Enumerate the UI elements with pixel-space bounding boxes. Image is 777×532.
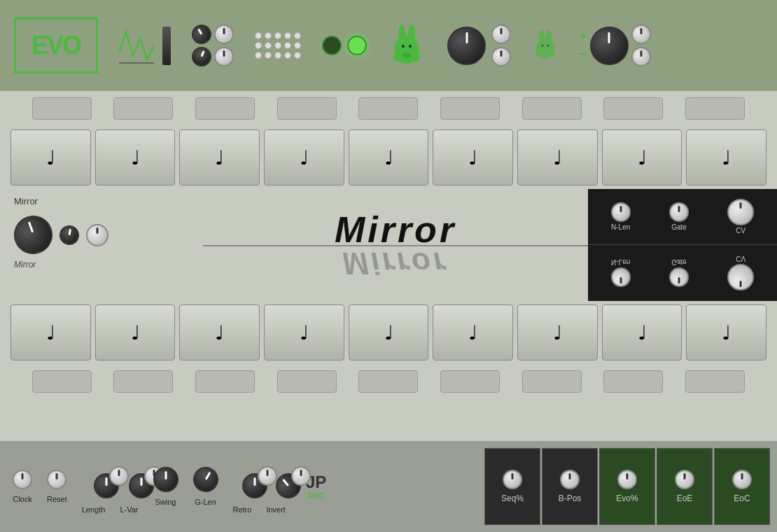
top-note-pads: ♩ ♩ ♩ ♩ ♩ ♩ ♩ ♩ ♩ — [0, 126, 777, 189]
rabbit-1 — [388, 22, 426, 70]
cv-gate-bottom-knob[interactable] — [669, 268, 689, 288]
note-pad-bottom-4[interactable]: ♩ — [264, 304, 344, 360]
bottom-note-pads: ♩ ♩ ♩ ♩ ♩ ♩ ♩ ♩ ♩ — [0, 301, 777, 364]
note-pad-bottom-8[interactable]: ♩ — [602, 304, 682, 360]
right-large-knob[interactable] — [590, 27, 629, 65]
step-bottom-btn-3[interactable] — [195, 370, 255, 393]
step-top-btn-8[interactable] — [603, 97, 663, 120]
step-top-btn-7[interactable] — [522, 97, 582, 120]
top-step-buttons-row — [0, 91, 777, 126]
note-pad-top-9[interactable]: ♩ — [686, 130, 766, 186]
eoe-button[interactable]: EoE — [657, 448, 713, 525]
mixer-knob-3[interactable] — [214, 24, 234, 44]
mirror-main-knob[interactable] — [8, 210, 57, 259]
cv-nlen-top-knob[interactable] — [611, 202, 631, 222]
dot — [265, 42, 272, 49]
note-pad-bottom-2[interactable]: ♩ — [95, 304, 176, 360]
top-bar: EVO — [0, 0, 777, 91]
note-pad-top-7[interactable]: ♩ — [517, 130, 598, 186]
mixer-knob-2[interactable] — [189, 44, 214, 69]
step-bottom-btn-6[interactable] — [440, 370, 500, 393]
step-top-btn-1[interactable] — [32, 97, 92, 120]
evopct-knob[interactable] — [617, 470, 637, 489]
step-top-btn-4[interactable] — [277, 97, 337, 120]
glen-knob[interactable] — [188, 462, 223, 496]
mirror-small-knob-2[interactable] — [86, 224, 108, 246]
step-bottom-btn-9[interactable] — [685, 370, 745, 393]
note-pad-top-2[interactable]: ♩ — [95, 130, 176, 186]
mirror-sub-label: Mirror — [14, 260, 36, 270]
note-pad-bottom-3[interactable]: ♩ — [179, 304, 260, 360]
cv-cv-bottom-label: CV — [736, 255, 746, 263]
note-pad-top-3[interactable]: ♩ — [179, 130, 260, 186]
rabbit-2 — [532, 27, 559, 64]
lvar-label: L-Var — [120, 505, 138, 514]
length-knob-sub[interactable] — [109, 466, 129, 486]
mirror-left-controls: Mirror Mirror — [0, 189, 203, 301]
note-pad-bottom-9[interactable]: ♩ — [686, 304, 766, 360]
cv-nlen-bottom-knob[interactable] — [611, 268, 631, 288]
step-top-btn-5[interactable] — [358, 97, 418, 120]
right-panel: Seq% B-Pos Evo% EoE EoC — [484, 448, 770, 525]
eoc-knob[interactable] — [732, 470, 752, 489]
bpos-knob[interactable] — [560, 470, 580, 489]
step-bottom-btn-8[interactable] — [603, 370, 663, 393]
seqpct-label: Seq% — [501, 493, 524, 503]
main-knob-sub-2[interactable] — [491, 47, 511, 66]
note-pad-top-6[interactable]: ♩ — [433, 130, 513, 186]
note-pad-bottom-6[interactable]: ♩ — [433, 304, 513, 360]
evopct-button[interactable]: Evo% — [599, 448, 655, 525]
mirror-center: Mirror Mirror — [203, 189, 588, 301]
eoe-knob[interactable] — [675, 470, 694, 489]
cv-nlen-top-label: N-Len — [611, 223, 630, 231]
right-sub-knob-2[interactable] — [631, 47, 651, 66]
invert-knob-sub[interactable] — [291, 466, 311, 486]
ctrl-reset: Reset — [41, 470, 73, 503]
note-pad-top-8[interactable]: ♩ — [602, 130, 682, 186]
dots-grid-section — [255, 32, 301, 59]
cv-nlen-bottom-label: N-Len — [611, 259, 630, 267]
step-top-btn-9[interactable] — [685, 97, 745, 120]
note-pad-bottom-5[interactable]: ♩ — [349, 304, 429, 360]
glen-label: G-Len — [195, 498, 216, 506]
step-top-btn-3[interactable] — [195, 97, 255, 120]
seqpct-button[interactable]: Seq% — [484, 448, 540, 525]
led-button-1[interactable] — [322, 36, 342, 55]
right-sub-knob-1[interactable] — [631, 24, 651, 44]
main-large-knob[interactable] — [447, 27, 486, 65]
reset-knob[interactable] — [47, 470, 66, 489]
step-bottom-btn-5[interactable] — [358, 370, 418, 393]
note-pad-top-1[interactable]: ♩ — [10, 130, 91, 186]
seqpct-knob[interactable] — [503, 470, 522, 489]
swing-knob[interactable] — [153, 467, 178, 492]
step-bottom-btn-4[interactable] — [277, 370, 337, 393]
note-pad-bottom-7[interactable]: ♩ — [517, 304, 598, 360]
bpos-button[interactable]: B-Pos — [542, 448, 598, 525]
bar-icon — [162, 27, 171, 65]
eoe-label: EoE — [677, 493, 693, 503]
step-bottom-btn-2[interactable] — [113, 370, 173, 393]
evo-sub-text: EVO — [308, 491, 324, 500]
mixer-knob-4[interactable] — [214, 47, 234, 66]
clock-knob[interactable] — [13, 470, 32, 489]
step-top-btn-6[interactable] — [440, 97, 500, 120]
cv-cv-bottom-knob[interactable] — [727, 265, 754, 291]
main-knob-sub-1[interactable] — [491, 24, 511, 44]
retro-knob-sub[interactable] — [258, 466, 277, 486]
mixer-knob-1[interactable] — [188, 21, 215, 48]
step-top-btn-2[interactable] — [113, 97, 173, 120]
note-pad-top-4[interactable]: ♩ — [264, 130, 344, 186]
ctrl-retro: Retro — [227, 460, 258, 514]
mirror-small-knob-1[interactable] — [58, 223, 80, 246]
cv-gate-top-knob[interactable] — [669, 202, 689, 222]
svg-point-12 — [542, 45, 544, 47]
step-bottom-btn-7[interactable] — [522, 370, 582, 393]
cv-nlen-bottom: N-Len — [611, 259, 631, 288]
step-bottom-btn-1[interactable] — [32, 370, 92, 393]
led-button-2[interactable] — [347, 36, 367, 55]
svg-point-2 — [398, 24, 405, 44]
cv-cv-top-knob[interactable] — [727, 199, 754, 225]
note-pad-bottom-1[interactable]: ♩ — [10, 304, 91, 360]
eoc-button[interactable]: EoC — [714, 448, 770, 525]
note-pad-top-5[interactable]: ♩ — [349, 130, 429, 186]
